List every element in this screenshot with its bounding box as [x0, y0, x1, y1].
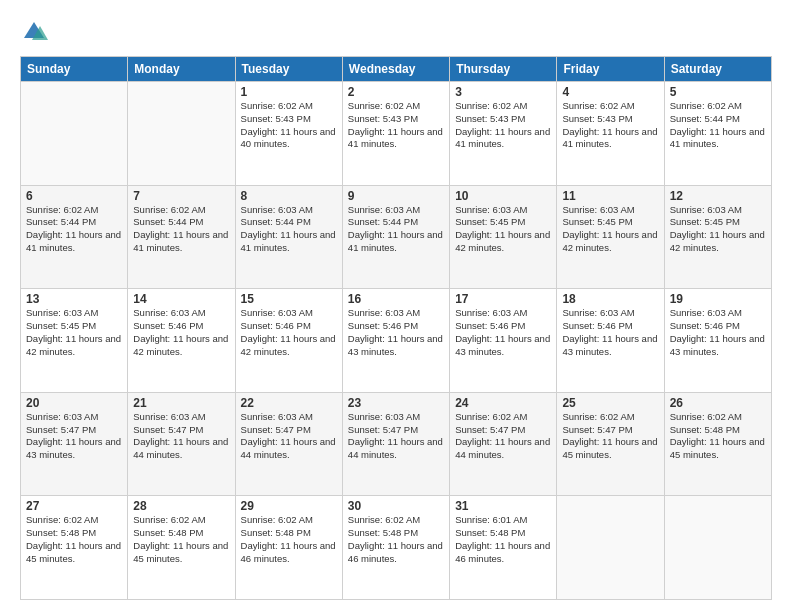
calendar-cell: 2Sunrise: 6:02 AM Sunset: 5:43 PM Daylig…	[342, 82, 449, 186]
col-header-thursday: Thursday	[450, 57, 557, 82]
day-info: Sunrise: 6:02 AM Sunset: 5:47 PM Dayligh…	[455, 411, 551, 462]
day-info: Sunrise: 6:03 AM Sunset: 5:47 PM Dayligh…	[241, 411, 337, 462]
col-header-saturday: Saturday	[664, 57, 771, 82]
day-info: Sunrise: 6:03 AM Sunset: 5:45 PM Dayligh…	[455, 204, 551, 255]
calendar-cell: 7Sunrise: 6:02 AM Sunset: 5:44 PM Daylig…	[128, 185, 235, 289]
calendar-cell: 28Sunrise: 6:02 AM Sunset: 5:48 PM Dayli…	[128, 496, 235, 600]
day-number: 4	[562, 85, 658, 99]
day-info: Sunrise: 6:03 AM Sunset: 5:46 PM Dayligh…	[348, 307, 444, 358]
day-info: Sunrise: 6:03 AM Sunset: 5:45 PM Dayligh…	[670, 204, 766, 255]
day-number: 20	[26, 396, 122, 410]
calendar-cell: 15Sunrise: 6:03 AM Sunset: 5:46 PM Dayli…	[235, 289, 342, 393]
day-info: Sunrise: 6:01 AM Sunset: 5:48 PM Dayligh…	[455, 514, 551, 565]
week-row-0: 1Sunrise: 6:02 AM Sunset: 5:43 PM Daylig…	[21, 82, 772, 186]
calendar-cell	[128, 82, 235, 186]
col-header-friday: Friday	[557, 57, 664, 82]
day-info: Sunrise: 6:02 AM Sunset: 5:48 PM Dayligh…	[26, 514, 122, 565]
day-info: Sunrise: 6:02 AM Sunset: 5:44 PM Dayligh…	[133, 204, 229, 255]
day-number: 18	[562, 292, 658, 306]
calendar-cell: 25Sunrise: 6:02 AM Sunset: 5:47 PM Dayli…	[557, 392, 664, 496]
day-info: Sunrise: 6:02 AM Sunset: 5:47 PM Dayligh…	[562, 411, 658, 462]
day-number: 7	[133, 189, 229, 203]
calendar-cell: 6Sunrise: 6:02 AM Sunset: 5:44 PM Daylig…	[21, 185, 128, 289]
calendar-cell: 8Sunrise: 6:03 AM Sunset: 5:44 PM Daylig…	[235, 185, 342, 289]
calendar-cell: 29Sunrise: 6:02 AM Sunset: 5:48 PM Dayli…	[235, 496, 342, 600]
day-number: 24	[455, 396, 551, 410]
day-info: Sunrise: 6:03 AM Sunset: 5:47 PM Dayligh…	[133, 411, 229, 462]
day-info: Sunrise: 6:02 AM Sunset: 5:43 PM Dayligh…	[562, 100, 658, 151]
col-header-sunday: Sunday	[21, 57, 128, 82]
day-number: 10	[455, 189, 551, 203]
day-number: 31	[455, 499, 551, 513]
day-info: Sunrise: 6:03 AM Sunset: 5:46 PM Dayligh…	[241, 307, 337, 358]
calendar-cell: 14Sunrise: 6:03 AM Sunset: 5:46 PM Dayli…	[128, 289, 235, 393]
calendar-cell: 22Sunrise: 6:03 AM Sunset: 5:47 PM Dayli…	[235, 392, 342, 496]
day-number: 3	[455, 85, 551, 99]
day-info: Sunrise: 6:03 AM Sunset: 5:46 PM Dayligh…	[455, 307, 551, 358]
day-number: 27	[26, 499, 122, 513]
day-info: Sunrise: 6:02 AM Sunset: 5:48 PM Dayligh…	[133, 514, 229, 565]
page: SundayMondayTuesdayWednesdayThursdayFrid…	[0, 0, 792, 612]
day-info: Sunrise: 6:03 AM Sunset: 5:47 PM Dayligh…	[348, 411, 444, 462]
col-header-monday: Monday	[128, 57, 235, 82]
calendar-cell: 26Sunrise: 6:02 AM Sunset: 5:48 PM Dayli…	[664, 392, 771, 496]
day-number: 26	[670, 396, 766, 410]
day-info: Sunrise: 6:02 AM Sunset: 5:43 PM Dayligh…	[455, 100, 551, 151]
calendar-cell: 11Sunrise: 6:03 AM Sunset: 5:45 PM Dayli…	[557, 185, 664, 289]
day-info: Sunrise: 6:02 AM Sunset: 5:43 PM Dayligh…	[241, 100, 337, 151]
calendar-cell: 23Sunrise: 6:03 AM Sunset: 5:47 PM Dayli…	[342, 392, 449, 496]
col-header-wednesday: Wednesday	[342, 57, 449, 82]
week-row-3: 20Sunrise: 6:03 AM Sunset: 5:47 PM Dayli…	[21, 392, 772, 496]
day-number: 15	[241, 292, 337, 306]
day-number: 12	[670, 189, 766, 203]
calendar-cell	[557, 496, 664, 600]
calendar-cell: 10Sunrise: 6:03 AM Sunset: 5:45 PM Dayli…	[450, 185, 557, 289]
week-row-4: 27Sunrise: 6:02 AM Sunset: 5:48 PM Dayli…	[21, 496, 772, 600]
calendar-cell	[21, 82, 128, 186]
day-number: 8	[241, 189, 337, 203]
day-info: Sunrise: 6:03 AM Sunset: 5:44 PM Dayligh…	[348, 204, 444, 255]
calendar-cell: 24Sunrise: 6:02 AM Sunset: 5:47 PM Dayli…	[450, 392, 557, 496]
day-number: 19	[670, 292, 766, 306]
calendar-cell: 17Sunrise: 6:03 AM Sunset: 5:46 PM Dayli…	[450, 289, 557, 393]
day-number: 22	[241, 396, 337, 410]
day-number: 11	[562, 189, 658, 203]
day-info: Sunrise: 6:03 AM Sunset: 5:47 PM Dayligh…	[26, 411, 122, 462]
calendar-cell: 19Sunrise: 6:03 AM Sunset: 5:46 PM Dayli…	[664, 289, 771, 393]
calendar-cell: 12Sunrise: 6:03 AM Sunset: 5:45 PM Dayli…	[664, 185, 771, 289]
col-header-tuesday: Tuesday	[235, 57, 342, 82]
logo-icon	[20, 18, 48, 46]
day-number: 28	[133, 499, 229, 513]
calendar-cell: 3Sunrise: 6:02 AM Sunset: 5:43 PM Daylig…	[450, 82, 557, 186]
calendar-cell: 27Sunrise: 6:02 AM Sunset: 5:48 PM Dayli…	[21, 496, 128, 600]
day-number: 21	[133, 396, 229, 410]
day-number: 29	[241, 499, 337, 513]
calendar-cell: 31Sunrise: 6:01 AM Sunset: 5:48 PM Dayli…	[450, 496, 557, 600]
day-info: Sunrise: 6:02 AM Sunset: 5:48 PM Dayligh…	[241, 514, 337, 565]
header	[20, 18, 772, 46]
day-number: 2	[348, 85, 444, 99]
day-info: Sunrise: 6:02 AM Sunset: 5:48 PM Dayligh…	[348, 514, 444, 565]
calendar-cell: 1Sunrise: 6:02 AM Sunset: 5:43 PM Daylig…	[235, 82, 342, 186]
day-number: 14	[133, 292, 229, 306]
day-info: Sunrise: 6:03 AM Sunset: 5:44 PM Dayligh…	[241, 204, 337, 255]
day-number: 5	[670, 85, 766, 99]
day-info: Sunrise: 6:03 AM Sunset: 5:45 PM Dayligh…	[562, 204, 658, 255]
day-number: 17	[455, 292, 551, 306]
logo	[20, 18, 52, 46]
calendar-cell: 4Sunrise: 6:02 AM Sunset: 5:43 PM Daylig…	[557, 82, 664, 186]
calendar-cell: 13Sunrise: 6:03 AM Sunset: 5:45 PM Dayli…	[21, 289, 128, 393]
calendar-cell: 21Sunrise: 6:03 AM Sunset: 5:47 PM Dayli…	[128, 392, 235, 496]
day-info: Sunrise: 6:02 AM Sunset: 5:48 PM Dayligh…	[670, 411, 766, 462]
day-number: 23	[348, 396, 444, 410]
day-info: Sunrise: 6:03 AM Sunset: 5:46 PM Dayligh…	[133, 307, 229, 358]
day-number: 25	[562, 396, 658, 410]
day-number: 16	[348, 292, 444, 306]
day-info: Sunrise: 6:02 AM Sunset: 5:44 PM Dayligh…	[670, 100, 766, 151]
calendar-cell: 18Sunrise: 6:03 AM Sunset: 5:46 PM Dayli…	[557, 289, 664, 393]
calendar: SundayMondayTuesdayWednesdayThursdayFrid…	[20, 56, 772, 600]
header-row: SundayMondayTuesdayWednesdayThursdayFrid…	[21, 57, 772, 82]
day-info: Sunrise: 6:02 AM Sunset: 5:44 PM Dayligh…	[26, 204, 122, 255]
calendar-cell: 30Sunrise: 6:02 AM Sunset: 5:48 PM Dayli…	[342, 496, 449, 600]
day-info: Sunrise: 6:03 AM Sunset: 5:46 PM Dayligh…	[562, 307, 658, 358]
